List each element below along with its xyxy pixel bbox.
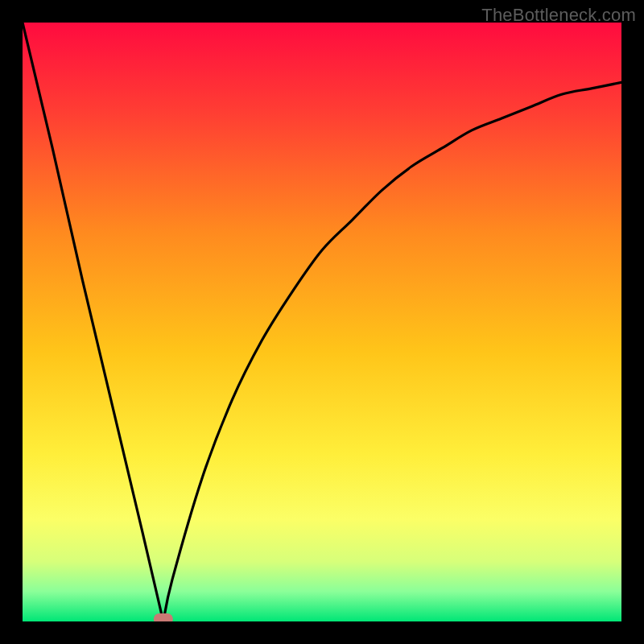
gradient-background bbox=[23, 23, 621, 621]
optimal-point-marker bbox=[154, 613, 173, 621]
plot-area bbox=[23, 23, 621, 621]
bottleneck-chart bbox=[23, 23, 621, 621]
chart-frame: TheBottleneck.com bbox=[0, 0, 644, 644]
